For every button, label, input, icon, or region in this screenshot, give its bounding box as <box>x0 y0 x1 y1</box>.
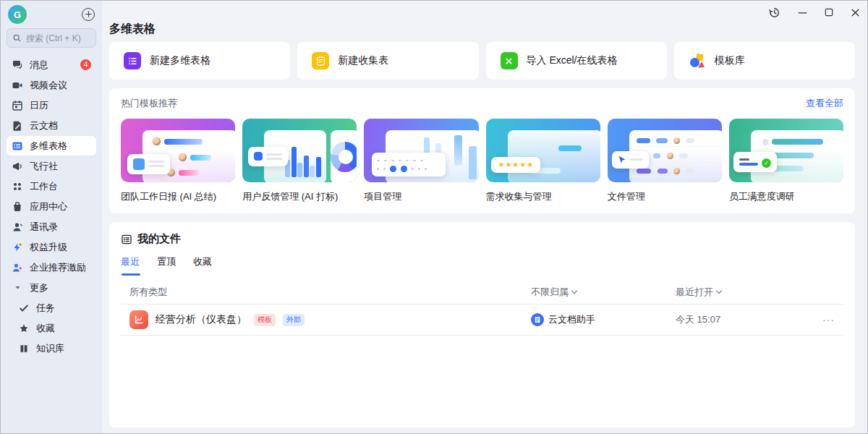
wiki-icon <box>18 343 30 354</box>
sidebar-item-label: 消息 <box>30 59 48 72</box>
more-actions-icon[interactable]: ··· <box>799 314 835 326</box>
sidebar-item-referral[interactable]: 企业推荐激励 <box>7 258 96 277</box>
app-window: G 消息 4 视频会议 日历 云文 <box>0 0 868 434</box>
file-row[interactable]: 经营分析（仪表盘） 模板 外部 云文档助手 今天 15:07 ··· <box>121 305 843 336</box>
search-icon <box>12 33 22 43</box>
template-card-art <box>242 119 357 182</box>
check-icon <box>18 302 30 314</box>
action-label: 新建多维表格 <box>150 54 210 67</box>
maximize-icon[interactable] <box>825 8 833 17</box>
new-form-button[interactable]: 新建收集表 <box>297 42 478 80</box>
sidebar-item-upgrade[interactable]: 权益升级 <box>7 237 96 257</box>
owner-avatar <box>531 313 544 326</box>
close-icon[interactable] <box>851 8 860 17</box>
template-card-project[interactable]: 项目管理 <box>364 119 478 203</box>
chevron-down-icon <box>12 282 23 294</box>
megaphone-icon <box>12 161 23 172</box>
new-base-button[interactable]: 新建多维表格 <box>109 42 290 80</box>
template-card-feedback[interactable]: 用户反馈管理 (AI 打标) <box>242 119 357 203</box>
sidebar-item-label: 飞行社 <box>30 160 58 173</box>
docs-icon <box>12 120 23 132</box>
sidebar-item-label: 企业推荐激励 <box>30 261 86 274</box>
sidebar-item-workplace[interactable]: 工作台 <box>7 176 96 196</box>
video-icon <box>12 80 23 91</box>
search-input[interactable] <box>26 33 90 43</box>
my-files-icon <box>121 234 132 245</box>
new-form-icon <box>312 52 329 69</box>
view-all-link[interactable]: 查看全部 <box>806 97 843 110</box>
template-card-art: ★★★★★ <box>486 119 600 182</box>
tab-recent[interactable]: 最近 <box>121 255 140 276</box>
file-name: 经营分析（仪表盘） <box>156 313 247 326</box>
action-label: 模板库 <box>715 54 745 67</box>
sidebar-item-label: 视频会议 <box>30 79 67 92</box>
template-label: 需求收集与管理 <box>486 190 600 203</box>
hot-templates-section: 热门模板推荐 查看全部 <box>109 88 855 213</box>
template-card-file-management[interactable]: 文件管理 <box>608 119 722 203</box>
workplace-icon <box>12 181 23 192</box>
template-card-requirements[interactable]: ★★★★★ 需求收集与管理 <box>486 119 600 203</box>
tab-pinned[interactable]: 置顶 <box>157 255 176 276</box>
tag-external: 外部 <box>283 314 305 326</box>
avatar[interactable]: G <box>8 5 27 24</box>
action-label: 新建收集表 <box>338 54 388 67</box>
sidebar-item-label: 权益升级 <box>30 241 67 254</box>
tag-template: 模板 <box>254 314 276 326</box>
new-base-icon <box>124 52 141 69</box>
sidebar-item-label: 日历 <box>30 99 48 112</box>
sidebar-item-more[interactable]: 更多 <box>7 278 96 297</box>
sidebar-item-label: 任务 <box>36 302 55 315</box>
sidebar-item-docs[interactable]: 云文档 <box>7 116 96 135</box>
window-controls <box>768 1 860 24</box>
sidebar-item-label: 通讯录 <box>30 221 58 234</box>
owner-filter[interactable]: 不限归属 <box>531 286 676 299</box>
my-files-section: 我的文件 最近 置顶 收藏 所有类型 不限归属 最近打开 经营分析（仪表盘） <box>109 222 855 427</box>
type-filter[interactable]: 所有类型 <box>129 286 531 299</box>
chevron-down-icon <box>571 288 577 294</box>
action-label: 导入 Excel/在线表格 <box>527 54 618 67</box>
import-excel-button[interactable]: 导入 Excel/在线表格 <box>486 42 667 80</box>
files-table-header: 所有类型 不限归属 最近打开 <box>121 280 843 305</box>
sidebar-item-tasks[interactable]: 任务 <box>7 298 96 318</box>
app-center-icon <box>12 201 23 213</box>
template-label: 团队工作日报 (AI 总结) <box>121 190 235 203</box>
template-card-art: ✓ <box>729 119 843 182</box>
template-card-daily-report[interactable]: 团队工作日报 (AI 总结) <box>121 119 235 203</box>
sidebar-item-label: 更多 <box>30 281 48 294</box>
sidebar-item-label: 收藏 <box>36 322 55 335</box>
sidebar-item-calendar[interactable]: 日历 <box>7 95 96 115</box>
sort-filter[interactable]: 最近打开 <box>676 286 799 299</box>
minimize-icon[interactable] <box>798 8 807 17</box>
referral-icon <box>12 262 23 273</box>
template-library-button[interactable]: 模板库 <box>674 42 855 80</box>
template-card-art <box>364 119 478 182</box>
add-button[interactable] <box>82 8 95 21</box>
sidebar-item-feishu-club[interactable]: 飞行社 <box>7 156 96 176</box>
contacts-icon <box>12 221 23 233</box>
search-box[interactable] <box>7 28 96 48</box>
template-card-art <box>608 119 722 182</box>
history-icon[interactable] <box>768 7 780 19</box>
sidebar-item-contacts[interactable]: 通讯录 <box>7 217 96 237</box>
sidebar-item-label: 工作台 <box>30 180 58 193</box>
action-cards: 新建多维表格 新建收集表 导入 Excel/在线表格 模板库 <box>109 42 855 80</box>
sidebar-item-base[interactable]: 多维表格 <box>7 136 96 156</box>
sidebar-item-messages[interactable]: 消息 4 <box>7 55 96 75</box>
plus-icon <box>85 8 93 21</box>
template-label: 员工满意度调研 <box>729 190 843 203</box>
tab-favorites[interactable]: 收藏 <box>193 255 212 276</box>
sidebar-item-wiki[interactable]: 知识库 <box>7 339 96 358</box>
template-card-art <box>121 119 235 182</box>
star-icon <box>18 323 30 334</box>
unread-badge: 4 <box>80 59 91 70</box>
template-library-icon <box>689 52 706 69</box>
upgrade-icon <box>12 242 23 253</box>
template-card-satisfaction-survey[interactable]: ✓ 员工满意度调研 <box>729 119 843 203</box>
sidebar-item-favorites[interactable]: 收藏 <box>7 318 96 338</box>
chat-icon <box>12 59 23 71</box>
files-tabs: 最近 置顶 收藏 <box>121 255 843 276</box>
sidebar-item-video-meeting[interactable]: 视频会议 <box>7 75 96 95</box>
base-icon <box>12 140 23 152</box>
sidebar-item-app-center[interactable]: 应用中心 <box>7 197 96 216</box>
templates-header: 热门模板推荐 <box>121 97 177 110</box>
